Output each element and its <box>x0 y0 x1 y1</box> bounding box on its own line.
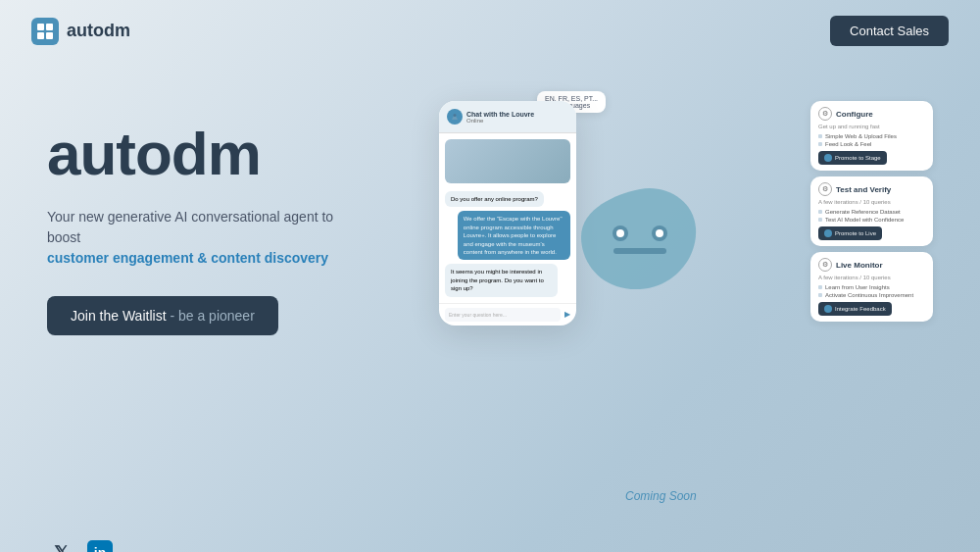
step-card-test: ⚙ Test and Verify A few iterations / 10 … <box>810 176 933 246</box>
chat-image <box>445 139 570 183</box>
step-item-1a: Simple Web & Upload Files <box>818 132 925 140</box>
chat-header: Chat with the Louvre Online <box>439 101 576 133</box>
linkedin-icon: in <box>87 540 113 552</box>
x-social-link[interactable]: 𝕏 <box>47 539 74 552</box>
chat-mockup: Chat with the Louvre Online Do you offer… <box>439 101 576 326</box>
tagline-prefix: Your new generative AI conversational ag… <box>47 209 333 245</box>
step-item-2a: Generate Reference Dataset <box>818 208 925 216</box>
linkedin-social-link[interactable]: in <box>86 539 114 552</box>
step-card-configure: ⚙ Configure Get up and running fast Simp… <box>810 101 933 171</box>
step-item-3a: Learn from User Insights <box>818 283 925 291</box>
svg-point-4 <box>656 229 663 237</box>
promote-to-live-btn[interactable]: Promote to Live <box>818 226 882 240</box>
contact-sales-button[interactable]: Contact Sales <box>830 16 949 46</box>
monitor-icon: ⚙ <box>818 258 832 272</box>
logo-icon <box>31 18 59 45</box>
integrate-feedback-btn[interactable]: Integrate Feedback <box>818 302 892 316</box>
navbar: autodm Contact Sales <box>0 0 980 62</box>
brand-title: autodm <box>47 121 419 187</box>
tagline-highlight: customer engagement & content discovery <box>47 250 328 266</box>
coming-soon-label: Coming Soon <box>625 489 697 503</box>
chat-title: Chat with the Louvre <box>466 111 534 118</box>
configure-icon: ⚙ <box>818 107 832 121</box>
step-item-3b: Activate Continuous Improvement <box>818 291 925 299</box>
logo-text: autodm <box>67 21 130 41</box>
blob-shape <box>576 179 704 297</box>
step-title-test: Test and Verify <box>836 185 891 194</box>
step-sub-configure: Get up and running fast <box>818 124 925 129</box>
step-card-monitor: ⚙ Live Monitor A few iterations / 10 que… <box>810 252 933 322</box>
steps-panel: ⚙ Configure Get up and running fast Simp… <box>810 101 933 322</box>
svg-point-0 <box>454 114 457 117</box>
svg-point-2 <box>616 229 624 237</box>
left-section: autodm Your new generative AI conversati… <box>47 101 419 552</box>
step-item-2b: Test AI Model with Confidence <box>818 216 925 224</box>
main-content: autodm Your new generative AI conversati… <box>0 62 980 552</box>
stage-icon <box>824 154 832 162</box>
test-icon: ⚙ <box>818 182 832 196</box>
send-icon: ▶ <box>564 310 570 319</box>
step-header-test: ⚙ Test and Verify <box>818 182 925 196</box>
waitlist-button[interactable]: Join the Waitlist - be a pioneer <box>47 296 278 335</box>
step-title-configure: Configure <box>836 110 873 119</box>
step-title-monitor: Live Monitor <box>836 261 883 270</box>
step-header-configure: ⚙ Configure <box>818 107 925 121</box>
logo-area: autodm <box>31 18 130 45</box>
step-item-1b: Feed Look & Feel <box>818 140 925 148</box>
chat-bubble-q1: Do you offer any online program? <box>445 191 544 207</box>
chat-avatar <box>447 109 463 125</box>
svg-rect-5 <box>613 248 666 254</box>
step-sub-monitor: A few iterations / 10 queries <box>818 275 925 280</box>
step-header-monitor: ⚙ Live Monitor <box>818 258 925 272</box>
chat-bubble-ans: We offer the "Escape with the Louvre" on… <box>458 211 570 260</box>
chat-status: Online <box>466 118 534 124</box>
waitlist-btn-text: Join the Waitlist <box>71 308 167 324</box>
tagline: Your new generative AI conversational ag… <box>47 207 361 269</box>
chat-input-area: Enter your question here... ▶ <box>439 303 576 326</box>
chat-input-mock: Enter your question here... <box>445 308 561 322</box>
step-sub-test: A few iterations / 10 queries <box>818 199 925 205</box>
waitlist-btn-sub: - be a pioneer <box>167 308 255 324</box>
live-icon <box>824 229 832 237</box>
chat-body: Do you offer any online program? We offe… <box>439 133 576 303</box>
chat-bubble-q2: It seems you might be interested in join… <box>445 264 558 296</box>
right-section: EN, FR, ES, PT... 60+ languages Chat wit… <box>419 101 933 542</box>
feedback-icon <box>824 305 832 313</box>
social-icons: 𝕏 in <box>47 539 419 552</box>
x-icon: 𝕏 <box>54 542 69 552</box>
promote-to-stage-btn[interactable]: Promote to Stage <box>818 151 887 165</box>
